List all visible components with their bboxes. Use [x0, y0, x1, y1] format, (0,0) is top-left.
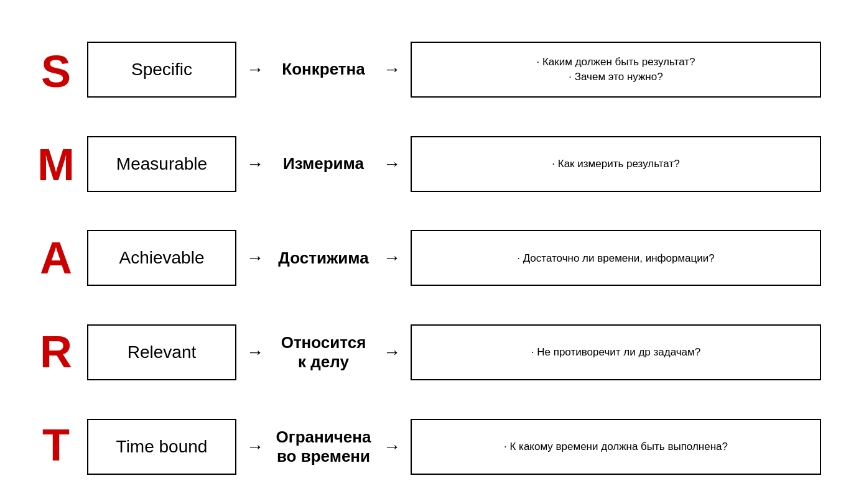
russian-word-1: Измерима — [274, 154, 373, 173]
smart-letter-s: S — [41, 34, 71, 109]
arrow2-1: → — [373, 154, 411, 174]
description-box-2: · Достаточно ли времени, информации? — [411, 230, 821, 286]
smart-letters: SMART — [25, 25, 87, 492]
arrow1-1: → — [236, 154, 274, 174]
smart-row-0: Specific→Конкретна→· Каким должен быть р… — [87, 25, 821, 114]
page: SMART Specific→Конкретна→· Каким должен … — [0, 0, 846, 504]
english-box-2: Achievable — [87, 230, 236, 286]
smart-letter-r: R — [40, 314, 72, 389]
russian-word-3: Относится к делу — [274, 333, 373, 372]
arrow1-0: → — [236, 60, 274, 80]
arrow2-0: → — [373, 60, 411, 80]
english-box-1: Measurable — [87, 136, 236, 192]
smart-row-3: Relevant→Относится к делу→· Не противоре… — [87, 308, 821, 397]
smart-row-1: Measurable→Измерима→· Как измерить резул… — [87, 119, 821, 209]
english-box-0: Specific — [87, 42, 236, 98]
russian-word-2: Достижима — [274, 249, 373, 268]
description-box-4: · К какому времени должна быть выполнена… — [411, 419, 821, 475]
main-content: SMART Specific→Конкретна→· Каким должен … — [25, 25, 821, 492]
rows-container: Specific→Конкретна→· Каким должен быть р… — [87, 25, 821, 492]
arrow1-2: → — [236, 248, 274, 268]
smart-letter-t: T — [42, 408, 70, 482]
description-box-3: · Не противоречит ли др задачам? — [411, 324, 821, 380]
russian-word-4: Ограничена во времени — [274, 428, 373, 466]
smart-row-4: Time bound→Ограничена во времени→· К как… — [87, 402, 821, 492]
arrow2-3: → — [373, 342, 411, 362]
smart-letter-a: A — [40, 221, 72, 295]
smart-letter-m: M — [37, 127, 75, 202]
english-box-3: Relevant — [87, 324, 236, 380]
smart-row-2: Achievable→Достижима→· Достаточно ли вре… — [87, 214, 821, 303]
description-box-1: · Как измерить результат? — [411, 136, 821, 192]
description-box-0: · Каким должен быть результат? · Зачем э… — [411, 42, 821, 98]
arrow1-4: → — [236, 437, 274, 457]
arrow1-3: → — [236, 342, 274, 362]
arrow2-2: → — [373, 248, 411, 268]
russian-word-0: Конкретна — [274, 60, 373, 79]
english-box-4: Time bound — [87, 419, 236, 475]
arrow2-4: → — [373, 437, 411, 457]
